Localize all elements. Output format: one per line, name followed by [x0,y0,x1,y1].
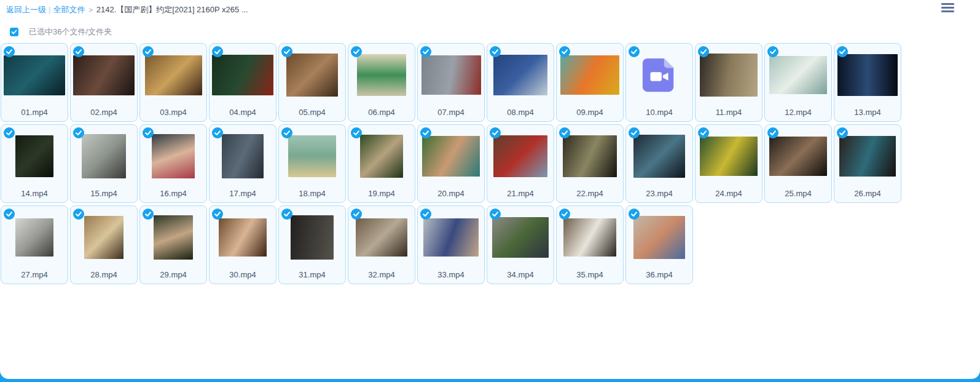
selected-check-circle-icon[interactable] [420,46,431,57]
file-tile[interactable]: 25.mp4 [764,124,832,203]
selected-check-circle-icon[interactable] [698,127,709,138]
selected-check-circle-icon[interactable] [73,46,84,57]
selected-check-circle-icon[interactable] [629,46,640,57]
video-thumbnail [360,135,403,178]
file-tile[interactable]: 24.mp4 [695,124,762,203]
selection-toolbar: 已选中36个文件/文件夹 [10,26,980,38]
file-tile[interactable]: 17.mp4 [209,124,276,203]
selected-check-circle-icon[interactable] [490,46,501,57]
hamburger-menu-icon[interactable] [941,3,954,12]
file-name-label: 08.mp4 [487,108,554,117]
file-name-label: 06.mp4 [348,108,415,117]
selected-check-circle-icon[interactable] [212,127,223,138]
video-thumbnail [492,217,549,258]
file-tile[interactable]: 10.mp4 [625,43,693,122]
video-thumbnail [769,137,827,176]
breadcrumb-back-link[interactable]: 返回上一级 [6,5,46,14]
video-thumbnail [154,215,193,260]
selected-check-circle-icon[interactable] [281,209,292,220]
selected-check-circle-icon[interactable] [351,127,362,138]
selected-check-circle-icon[interactable] [73,127,84,138]
file-tile[interactable]: 19.mp4 [348,124,415,203]
selected-check-circle-icon[interactable] [4,209,15,220]
file-tile[interactable]: 34.mp4 [487,205,554,284]
selected-check-circle-icon[interactable] [351,46,362,57]
selected-check-circle-icon[interactable] [143,46,154,57]
file-tile[interactable]: 28.mp4 [70,205,138,284]
breadcrumb-divider: | [49,5,50,14]
selected-check-circle-icon[interactable] [767,46,778,57]
file-tile[interactable]: 20.mp4 [417,124,485,203]
file-tile[interactable]: 11.mp4 [695,43,762,122]
video-thumbnail [82,134,126,178]
selected-check-circle-icon[interactable] [490,127,501,138]
file-tile[interactable]: 26.mp4 [834,124,901,203]
file-tile[interactable]: 27.mp4 [1,205,68,284]
video-thumbnail [700,54,758,97]
selected-check-circle-icon[interactable] [698,46,709,57]
selected-check-circle-icon[interactable] [4,127,15,138]
file-tile[interactable]: 09.mp4 [556,43,624,122]
file-tile[interactable]: 36.mp4 [625,205,693,284]
file-tile[interactable]: 33.mp4 [417,205,485,284]
selected-check-circle-icon[interactable] [420,209,431,220]
selected-check-circle-icon[interactable] [73,209,84,220]
selected-check-circle-icon[interactable] [559,127,570,138]
file-tile[interactable]: 13.mp4 [834,43,901,122]
file-tile[interactable]: 30.mp4 [209,205,276,284]
file-name-label: 05.mp4 [279,108,345,117]
file-tile[interactable]: 05.mp4 [278,43,346,122]
file-name-label: 22.mp4 [557,189,623,198]
selected-check-circle-icon[interactable] [143,127,154,138]
file-name-label: 09.mp4 [557,108,623,117]
selected-check-circle-icon[interactable] [490,209,501,220]
selected-check-circle-icon[interactable] [629,127,640,138]
file-tile[interactable]: 07.mp4 [417,43,485,122]
breadcrumb-current-folder: 2142.【国产剧】约定[2021] 2160P x265 ... [96,5,248,14]
video-thumbnail [4,55,65,95]
selected-check-circle-icon[interactable] [143,209,154,220]
file-tile[interactable]: 12.mp4 [764,43,832,122]
selected-check-circle-icon[interactable] [767,127,778,138]
file-name-label: 32.mp4 [348,270,415,279]
file-tile[interactable]: 35.mp4 [556,205,624,284]
video-thumbnail [493,135,547,177]
selected-check-circle-icon[interactable] [281,46,292,57]
breadcrumb-all-files-link[interactable]: 全部文件 [53,5,85,14]
video-thumbnail [222,134,264,178]
file-name-label: 29.mp4 [140,270,206,279]
file-tile[interactable]: 23.mp4 [625,124,693,203]
file-tile[interactable]: 08.mp4 [487,43,554,122]
video-thumbnail [291,215,334,260]
select-all-checkbox[interactable] [10,28,18,36]
file-name-label: 12.mp4 [765,108,831,117]
file-tile[interactable]: 01.mp4 [1,43,68,122]
video-thumbnail [212,55,273,95]
selected-check-circle-icon[interactable] [559,46,570,57]
file-tile[interactable]: 06.mp4 [348,43,415,122]
file-tile[interactable]: 29.mp4 [139,205,207,284]
selected-check-circle-icon[interactable] [212,46,223,57]
file-tile[interactable]: 16.mp4 [139,124,207,203]
file-tile[interactable]: 14.mp4 [1,124,68,203]
file-tile[interactable]: 04.mp4 [209,43,276,122]
video-thumbnail [837,54,898,96]
file-tile[interactable]: 31.mp4 [278,205,346,284]
file-tile[interactable]: 02.mp4 [70,43,138,122]
file-tile[interactable]: 18.mp4 [278,124,346,203]
selected-check-circle-icon[interactable] [837,127,848,138]
selected-check-circle-icon[interactable] [420,127,431,138]
file-tile[interactable]: 15.mp4 [70,124,138,203]
selected-check-circle-icon[interactable] [629,209,640,220]
file-name-label: 13.mp4 [834,108,901,117]
selected-check-circle-icon[interactable] [559,209,570,220]
selected-check-circle-icon[interactable] [351,209,362,220]
selected-check-circle-icon[interactable] [212,209,223,220]
file-tile[interactable]: 21.mp4 [487,124,554,203]
file-tile[interactable]: 22.mp4 [556,124,624,203]
selected-check-circle-icon[interactable] [4,46,15,57]
selected-check-circle-icon[interactable] [281,127,292,138]
selected-check-circle-icon[interactable] [837,46,848,57]
file-tile[interactable]: 32.mp4 [348,205,415,284]
file-tile[interactable]: 03.mp4 [139,43,207,122]
